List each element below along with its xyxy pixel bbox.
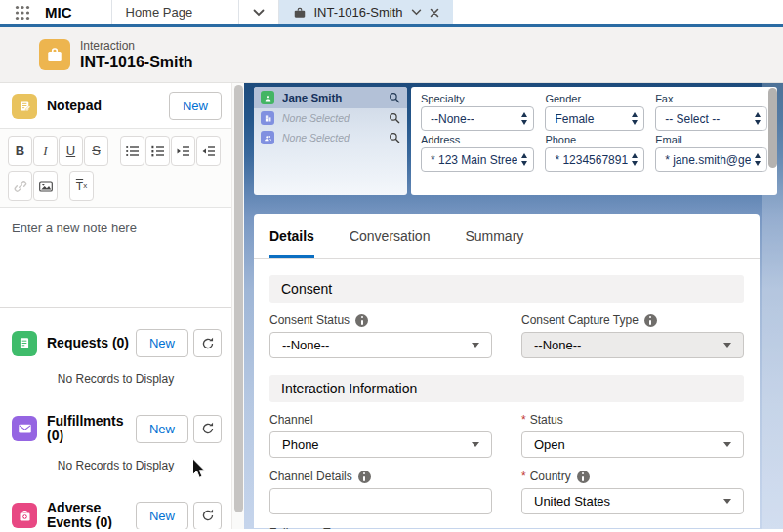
link-button[interactable] — [8, 171, 32, 201]
requests-icon — [12, 331, 37, 356]
address-select[interactable]: * 123 Main Stree — [421, 147, 534, 172]
bullet-list-button[interactable] — [120, 136, 144, 166]
numbered-list-button[interactable] — [145, 136, 170, 166]
notepad-header: Notepad New — [0, 83, 231, 128]
clear-formatting-button[interactable]: Tx — [69, 171, 94, 201]
note-input[interactable] — [0, 208, 231, 304]
tab-home-page[interactable]: Home Page — [111, 0, 238, 24]
channel-details-input[interactable] — [269, 488, 492, 514]
followup-field: Follow-up To — [269, 526, 492, 529]
rich-text-toolbar: B I U S — [0, 129, 231, 208]
required-asterisk: * — [521, 413, 526, 427]
record-detail-card: Details Conversation Summary Consent Con… — [254, 214, 760, 528]
adverse-events-refresh-button[interactable] — [193, 502, 222, 529]
tab-record-label: INT-1016-Smith — [314, 5, 403, 20]
panel-scrollbar-thumb[interactable] — [768, 88, 777, 168]
record-header: Interaction INT-1016-Smith — [0, 27, 783, 83]
interaction-workspace: Jane Smith None Selected — [244, 83, 783, 529]
required-asterisk: * — [521, 470, 526, 483]
specialty-select[interactable]: --None-- — [421, 106, 534, 131]
italic-button[interactable]: I — [33, 136, 58, 166]
sidebar-scrollbar-thumb[interactable] — [234, 85, 243, 512]
info-icon[interactable] — [358, 471, 371, 483]
info-icon[interactable] — [577, 471, 590, 483]
outdent-button[interactable] — [196, 136, 221, 166]
participant-name: None Selected — [282, 132, 389, 143]
consent-status-select[interactable]: --None-- — [269, 332, 492, 358]
tab-home-chevron-button[interactable] — [238, 0, 279, 24]
notepad-new-button[interactable]: New — [169, 92, 222, 120]
briefcase-icon — [46, 46, 63, 63]
image-button[interactable] — [33, 171, 58, 201]
status-select[interactable]: Open — [521, 431, 744, 458]
participant-name: Jane Smith — [282, 92, 389, 103]
tab-conversation[interactable]: Conversation — [350, 228, 431, 258]
email-select[interactable]: * jane.smith@ge — [655, 147, 767, 172]
person-icon — [261, 91, 274, 104]
clear-formatting-x: x — [83, 182, 87, 190]
strikethrough-button[interactable]: S — [84, 136, 108, 166]
participant-row-account[interactable]: None Selected — [254, 108, 407, 128]
tab-summary[interactable]: Summary — [465, 228, 523, 258]
phone-select[interactable]: * 1234567891 — [545, 147, 644, 172]
participant-name: None Selected — [282, 112, 389, 124]
tab-bar-spacer — [453, 0, 783, 24]
bold-button[interactable]: B — [8, 136, 32, 166]
gender-select[interactable]: Female — [545, 106, 644, 131]
indent-button[interactable] — [171, 136, 195, 166]
search-icon[interactable] — [389, 112, 400, 124]
sidebar-scrollbar[interactable] — [231, 83, 244, 529]
fulfillments-title: Fulfillments (0) — [47, 414, 136, 444]
gender-value: Female — [555, 112, 628, 126]
adverse-events-new-button[interactable]: New — [136, 502, 188, 529]
search-icon[interactable] — [389, 132, 400, 143]
country-value: United States — [534, 494, 723, 509]
fulfillments-refresh-button[interactable] — [193, 415, 222, 443]
address-value: * 123 Main Stree — [431, 153, 517, 167]
top-nav: MIC Home Page INT-1016-Smith — [0, 0, 783, 27]
channel-details-label: Channel Details — [269, 470, 352, 483]
followup-label: Follow-up To — [269, 526, 336, 529]
tab-details[interactable]: Details — [269, 228, 314, 258]
info-icon[interactable] — [355, 314, 368, 327]
tab-record-chevron-icon[interactable] — [411, 9, 422, 16]
waffle-grid-icon — [15, 5, 30, 20]
requests-empty-message: No Records to Display — [0, 365, 231, 399]
refresh-icon — [201, 509, 215, 522]
briefcase-icon — [293, 6, 307, 20]
consent-capture-type-select: --None-- — [521, 332, 744, 358]
notepad-title: Notepad — [47, 99, 169, 113]
search-icon[interactable] — [389, 92, 400, 103]
stepper-arrows-icon — [521, 153, 527, 166]
interaction-record-icon — [39, 39, 70, 70]
requests-refresh-button[interactable] — [193, 329, 222, 357]
app-launcher-icon[interactable] — [0, 0, 45, 24]
tab-close-icon[interactable] — [430, 8, 439, 18]
chevron-down-icon — [723, 442, 731, 447]
requests-new-button[interactable]: New — [136, 329, 188, 357]
stepper-arrows-icon — [521, 112, 527, 125]
channel-select[interactable]: Phone — [269, 431, 492, 458]
gender-label: Gender — [545, 93, 644, 104]
notepad-icon — [12, 94, 37, 119]
left-sidebar: Notepad New B I U S — [0, 83, 231, 529]
country-select[interactable]: United States — [521, 488, 744, 514]
detail-tabs: Details Conversation Summary — [254, 214, 760, 259]
info-icon[interactable] — [644, 314, 657, 327]
consent-capture-type-field: Consent Capture Type --None-- — [521, 313, 744, 358]
tab-home-label: Home Page — [126, 5, 193, 20]
channel-field: Channel Phone — [269, 413, 492, 458]
channel-details-field: Channel Details — [269, 470, 492, 514]
tab-record[interactable]: INT-1016-Smith — [279, 0, 453, 24]
specialty-value: --None-- — [431, 112, 517, 126]
underline-button[interactable]: U — [59, 136, 83, 166]
fulfillments-icon — [12, 416, 37, 441]
fax-select[interactable]: -- Select -- — [655, 106, 767, 131]
fax-value: -- Select -- — [665, 112, 751, 126]
participant-row-patient[interactable]: Jane Smith — [254, 87, 407, 108]
country-label: Country — [530, 470, 571, 483]
participant-row-contacts[interactable]: None Selected — [254, 128, 407, 147]
fulfillments-new-button[interactable]: New — [136, 415, 188, 443]
phone-label: Phone — [545, 134, 644, 145]
consent-status-label: Consent Status — [269, 313, 350, 327]
